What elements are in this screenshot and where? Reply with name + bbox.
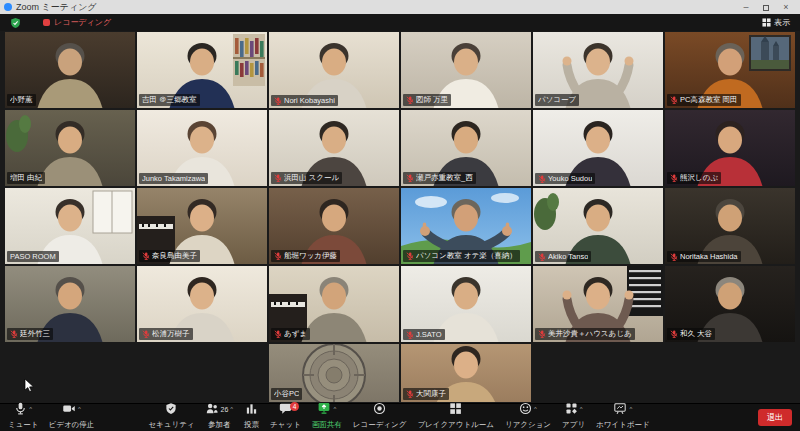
participant-name-tag: 瀬戸赤重教室_西: [403, 172, 476, 184]
video-tile[interactable]: 船堀ワッカ伊藤: [269, 188, 399, 264]
participant-name: J.SATO: [416, 330, 442, 339]
close-icon[interactable]: ×: [776, 0, 796, 14]
muted-mic-icon: [538, 175, 546, 183]
participant-name-tag: Nori Kobayashi: [271, 95, 338, 106]
participant-name-tag: 松浦万樹子: [139, 328, 193, 340]
video-tile[interactable]: Akiko Tanso: [533, 188, 663, 264]
share-button[interactable]: ^画面共有: [312, 406, 342, 430]
video-tile[interactable]: Junko Takamizawa: [137, 110, 267, 186]
chevron-up-icon[interactable]: ^: [580, 406, 583, 412]
poll-button[interactable]: 投票: [244, 406, 259, 430]
chevron-up-icon[interactable]: ^: [29, 406, 32, 412]
video-tile[interactable]: 増田 由紀: [5, 110, 135, 186]
chat-label: チャット: [270, 420, 301, 430]
muted-mic-icon: [274, 174, 282, 182]
video-tile[interactable]: 廷外竹三: [5, 266, 135, 342]
poll-label: 投票: [244, 420, 259, 430]
video-tile[interactable]: 和久 大谷: [665, 266, 795, 342]
reaction-button[interactable]: ^リアクション: [505, 406, 551, 430]
participant-name-tag: 小野薫: [7, 94, 36, 106]
reaction-label: リアクション: [505, 420, 551, 430]
video-tile[interactable]: 熊沢しのぶ: [665, 110, 795, 186]
muted-mic-icon: [274, 330, 282, 338]
whiteboard-label: ホワイトボード: [596, 420, 650, 430]
chat-badge: 4: [290, 402, 299, 411]
recording-indicator[interactable]: レコーディング: [43, 17, 111, 28]
video-tile[interactable]: パソコン教室 オテ楽（喜納）: [401, 188, 531, 264]
participant-name: 小谷PC: [274, 389, 299, 399]
participant-name-tag: Akiko Tanso: [535, 251, 591, 262]
video-tile[interactable]: 小野薫: [5, 32, 135, 108]
participant-name: Youko Sudou: [548, 174, 592, 183]
chevron-up-icon[interactable]: ^: [78, 406, 81, 412]
participant-name: 和久 大谷: [680, 329, 712, 339]
muted-mic-icon: [670, 330, 678, 338]
view-button[interactable]: 表示: [762, 17, 790, 28]
video-grid-last-row: 小谷PC 大関康子: [0, 344, 800, 402]
participant-name: 奈良島由美子: [152, 251, 197, 261]
chevron-up-icon[interactable]: ^: [333, 406, 336, 412]
video-tile[interactable]: 美井沙貴＋ハウスあじあ: [533, 266, 663, 342]
video-icon: [62, 401, 76, 419]
participant-name: Nori Kobayashi: [284, 96, 335, 105]
participant-name-tag: Junko Takamizawa: [139, 173, 208, 184]
video-tile[interactable]: PASO ROOM: [5, 188, 135, 264]
video-tile[interactable]: 奈良島由美子: [137, 188, 267, 264]
record-button[interactable]: レコーディング: [353, 406, 407, 430]
video-tile[interactable]: 吉田 ＠三郷教室: [137, 32, 267, 108]
participant-name-tag: 浜田山 スクール: [271, 172, 342, 184]
shield-button[interactable]: セキュリティ: [148, 406, 194, 430]
video-button[interactable]: ^ビデオの停止: [49, 406, 95, 430]
video-tile[interactable]: Nori Kobayashi: [269, 32, 399, 108]
participant-name: 大関康子: [416, 389, 446, 399]
participant-name-tag: 奈良島由美子: [139, 250, 200, 262]
muted-mic-icon: [142, 252, 150, 260]
video-tile[interactable]: Noritaka Hashida: [665, 188, 795, 264]
chevron-up-icon[interactable]: ^: [230, 406, 233, 412]
meeting-topbar: レコーディング 表示: [0, 14, 800, 31]
muted-mic-icon: [406, 390, 414, 398]
chevron-up-icon[interactable]: ^: [629, 406, 632, 412]
people-button[interactable]: 26^参加者: [205, 406, 233, 430]
participant-name: Noritaka Hashida: [680, 252, 738, 261]
video-label: ビデオの停止: [49, 420, 95, 430]
video-tile[interactable]: あずま: [269, 266, 399, 342]
breakout-button[interactable]: ブレイクアウトルーム: [417, 406, 494, 430]
video-tile[interactable]: J.SATO: [401, 266, 531, 342]
video-tile[interactable]: 小谷PC: [269, 344, 399, 402]
chevron-up-icon[interactable]: ^: [534, 406, 537, 412]
video-tile[interactable]: 瀬戸赤重教室_西: [401, 110, 531, 186]
video-tile[interactable]: 図師 万里: [401, 32, 531, 108]
video-tile[interactable]: 松浦万樹子: [137, 266, 267, 342]
record-icon: [373, 401, 386, 419]
video-tile[interactable]: PC高森教室 岡田: [665, 32, 795, 108]
apps-button[interactable]: ^アプリ: [562, 406, 585, 430]
shield-label: セキュリティ: [148, 420, 194, 430]
video-grid: 小野薫 吉田 ＠三郷教室 Nori Kobayashi 図師 万里: [5, 32, 795, 342]
video-tile[interactable]: 浜田山 スクール: [269, 110, 399, 186]
mic-button[interactable]: ^ミュート: [8, 406, 39, 430]
participant-name-tag: 大関康子: [403, 388, 449, 400]
mic-label: ミュート: [8, 420, 39, 430]
maximize-icon[interactable]: [756, 0, 776, 14]
zoom-app-icon: [4, 3, 12, 11]
participant-name-tag: Noritaka Hashida: [667, 251, 741, 262]
leave-button[interactable]: 退出: [758, 409, 792, 426]
participant-name-tag: PASO ROOM: [7, 251, 59, 262]
muted-mic-icon: [670, 174, 678, 182]
mouse-cursor: [24, 378, 35, 393]
participant-name: 船堀ワッカ伊藤: [284, 251, 337, 261]
breakout-icon: [449, 401, 462, 419]
muted-mic-icon: [406, 331, 414, 339]
minimize-icon[interactable]: –: [736, 0, 756, 14]
video-tile[interactable]: パソコープ: [533, 32, 663, 108]
muted-mic-icon: [538, 330, 546, 338]
participant-name-tag: PC高森教室 岡田: [667, 94, 741, 106]
video-tile[interactable]: Youko Sudou: [533, 110, 663, 186]
video-tile[interactable]: 大関康子: [401, 344, 531, 402]
whiteboard-button[interactable]: ^ホワイトボード: [596, 406, 650, 430]
chat-button[interactable]: 4チャット: [270, 406, 301, 430]
muted-mic-icon: [406, 252, 414, 260]
encryption-shield-icon[interactable]: [10, 17, 21, 29]
whiteboard-icon: [613, 401, 627, 419]
